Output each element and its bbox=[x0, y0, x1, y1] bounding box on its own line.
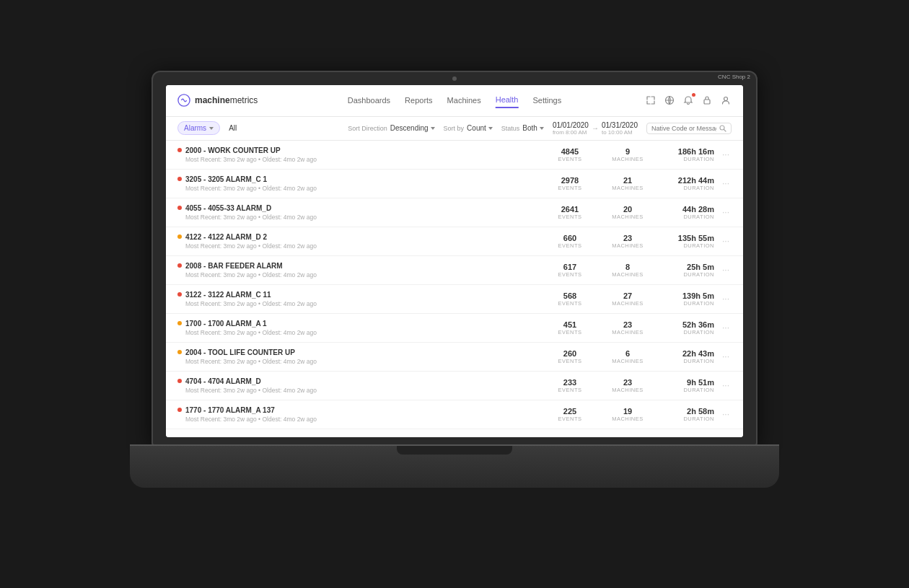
search-icon bbox=[719, 125, 726, 132]
alarm-machines: 21 MACHINES bbox=[599, 176, 656, 191]
date-to-block[interactable]: 01/31/2020 to 10:00 AM bbox=[602, 121, 638, 136]
alarm-row[interactable]: 2008 - BAR FEEDER ALARM Most Recent: 3mo… bbox=[166, 256, 743, 285]
row-menu-button[interactable]: ··· bbox=[720, 351, 732, 361]
machines-value: 19 bbox=[599, 407, 656, 416]
row-menu-button[interactable]: ··· bbox=[720, 178, 732, 188]
events-value: 451 bbox=[541, 320, 599, 329]
duration-value: 9h 51m bbox=[656, 378, 714, 387]
nav-machines[interactable]: Machines bbox=[447, 93, 481, 107]
alarm-row[interactable]: 3122 - 3122 ALARM_C 11 Most Recent: 3mo … bbox=[166, 285, 743, 314]
row-menu-button[interactable]: ··· bbox=[720, 149, 732, 159]
alarm-meta: Most Recent: 3mo 2w ago • Oldest: 4mo 2w… bbox=[185, 214, 541, 221]
alarm-meta: Most Recent: 3mo 2w ago • Oldest: 4mo 2w… bbox=[185, 358, 541, 365]
svg-point-3 bbox=[724, 97, 727, 101]
events-value: 2641 bbox=[541, 205, 599, 214]
alarm-meta: Most Recent: 3mo 2w ago • Oldest: 4mo 2w… bbox=[185, 271, 541, 278]
logo-icon bbox=[177, 94, 190, 107]
events-label: EVENTS bbox=[541, 387, 599, 393]
alarm-row[interactable]: 4055 - 4055-33 ALARM_D Most Recent: 3mo … bbox=[166, 198, 743, 227]
sort-direction-chevron bbox=[431, 127, 435, 130]
events-value: 617 bbox=[541, 263, 599, 271]
row-menu-button[interactable]: ··· bbox=[720, 294, 732, 304]
search-input[interactable] bbox=[651, 125, 716, 132]
laptop-camera bbox=[452, 76, 457, 81]
notification-icon[interactable] bbox=[682, 95, 694, 106]
status-select[interactable]: Both bbox=[522, 124, 544, 132]
events-value: 260 bbox=[541, 349, 599, 358]
resize-icon[interactable] bbox=[645, 95, 656, 106]
alarm-machines: 23 MACHINES bbox=[599, 234, 656, 249]
alarm-severity-dot bbox=[177, 263, 182, 268]
duration-value: 139h 5m bbox=[656, 291, 714, 300]
date-arrow: → bbox=[592, 124, 599, 132]
alarm-duration: 25h 5m DURATION bbox=[656, 263, 714, 278]
alarm-machines: 27 MACHINES bbox=[599, 291, 656, 307]
row-menu-button[interactable]: ··· bbox=[720, 380, 732, 390]
row-menu-button[interactable]: ··· bbox=[720, 207, 732, 217]
alarm-name: 1770 - 1770 ALARM_A 137 bbox=[177, 406, 541, 414]
alarm-meta: Most Recent: 3mo 2w ago • Oldest: 4mo 2w… bbox=[185, 416, 541, 423]
alarm-row[interactable]: 3205 - 3205 ALARM_C 1 Most Recent: 3mo 2… bbox=[166, 170, 743, 198]
alarm-severity-dot bbox=[177, 408, 182, 412]
alarm-info: 2000 - WORK COUNTER UP Most Recent: 3mo … bbox=[177, 146, 541, 163]
alarm-severity-dot bbox=[177, 321, 182, 325]
search-box[interactable] bbox=[646, 123, 732, 134]
alarm-row[interactable]: 2004 - TOOL LIFE COUNTER UP Most Recent:… bbox=[166, 343, 743, 372]
alarm-events: 660 EVENTS bbox=[541, 234, 599, 249]
sort-by-select[interactable]: Count bbox=[467, 124, 493, 132]
alarm-duration: 135h 55m DURATION bbox=[656, 234, 714, 249]
duration-label: DURATION bbox=[656, 156, 714, 162]
alarm-name: 4122 - 4122 ALARM_D 2 bbox=[177, 233, 541, 241]
row-menu-button[interactable]: ··· bbox=[720, 322, 732, 333]
all-filter: All bbox=[229, 124, 237, 132]
app-header: machinemetrics Dashboards Reports Machin… bbox=[166, 85, 743, 117]
row-menu-button[interactable]: ··· bbox=[720, 265, 732, 275]
alarm-row[interactable]: 4122 - 4122 ALARM_D 2 Most Recent: 3mo 2… bbox=[166, 227, 743, 256]
nav-settings[interactable]: Settings bbox=[532, 93, 561, 107]
duration-label: DURATION bbox=[656, 416, 714, 422]
alarm-duration: 44h 28m DURATION bbox=[656, 205, 714, 220]
user-icon[interactable] bbox=[720, 95, 732, 106]
alarm-machines: 6 MACHINES bbox=[599, 349, 656, 364]
nav-reports[interactable]: Reports bbox=[405, 93, 433, 107]
events-label: EVENTS bbox=[541, 242, 599, 249]
sort-direction-select[interactable]: Descending bbox=[390, 124, 435, 132]
alarm-name: 3205 - 3205 ALARM_C 1 bbox=[177, 175, 541, 183]
alarm-info: 3122 - 3122 ALARM_C 11 Most Recent: 3mo … bbox=[177, 291, 541, 307]
alarm-row[interactable]: 4704 - 4704 ALARM_D Most Recent: 3mo 2w … bbox=[166, 372, 743, 400]
alarm-meta: Most Recent: 3mo 2w ago • Oldest: 4mo 2w… bbox=[185, 329, 541, 336]
alarm-machines: 9 MACHINES bbox=[599, 147, 656, 162]
row-menu-button[interactable]: ··· bbox=[720, 236, 732, 246]
alarms-filter[interactable]: Alarms bbox=[177, 121, 220, 135]
events-label: EVENTS bbox=[541, 214, 599, 220]
date-from-block[interactable]: 01/01/2020 from 8:00 AM bbox=[553, 121, 589, 136]
nav-health[interactable]: Health bbox=[496, 92, 519, 108]
alarm-meta: Most Recent: 3mo 2w ago • Oldest: 4mo 2w… bbox=[185, 387, 541, 394]
alarm-row[interactable]: 1770 - 1770 ALARM_A 137 Most Recent: 3mo… bbox=[166, 400, 743, 429]
duration-label: DURATION bbox=[656, 387, 714, 393]
alarm-row[interactable]: 2000 - WORK COUNTER UP Most Recent: 3mo … bbox=[166, 141, 743, 170]
alarm-events: 233 EVENTS bbox=[541, 378, 599, 393]
events-label: EVENTS bbox=[541, 156, 599, 162]
machines-label: MACHINES bbox=[599, 156, 656, 162]
duration-value: 135h 55m bbox=[656, 234, 714, 242]
row-menu-button[interactable]: ··· bbox=[720, 409, 732, 419]
alarm-severity-dot bbox=[177, 292, 182, 297]
alarm-severity-dot bbox=[177, 206, 182, 210]
sort-by-chevron bbox=[488, 127, 493, 130]
nav-dashboards[interactable]: Dashboards bbox=[348, 93, 390, 107]
duration-value: 22h 43m bbox=[656, 349, 714, 358]
alarm-info: 4704 - 4704 ALARM_D Most Recent: 3mo 2w … bbox=[177, 377, 541, 394]
main-nav: Dashboards Reports Machines Health Setti… bbox=[348, 92, 561, 108]
machines-value: 21 bbox=[599, 176, 656, 185]
alarm-name: 2000 - WORK COUNTER UP bbox=[177, 146, 541, 154]
events-value: 233 bbox=[541, 378, 599, 387]
alarm-row[interactable]: 1700 - 1700 ALARM_A 1 Most Recent: 3mo 2… bbox=[166, 314, 743, 343]
alarm-info: 1700 - 1700 ALARM_A 1 Most Recent: 3mo 2… bbox=[177, 320, 541, 336]
lock-icon[interactable] bbox=[701, 95, 713, 106]
alarm-duration: 186h 16m DURATION bbox=[656, 147, 714, 162]
globe-icon[interactable] bbox=[664, 95, 675, 106]
alarm-info: 3205 - 3205 ALARM_C 1 Most Recent: 3mo 2… bbox=[177, 175, 541, 192]
alarm-meta: Most Recent: 3mo 2w ago • Oldest: 4mo 2w… bbox=[185, 185, 541, 192]
alarm-events: 2641 EVENTS bbox=[541, 205, 599, 220]
